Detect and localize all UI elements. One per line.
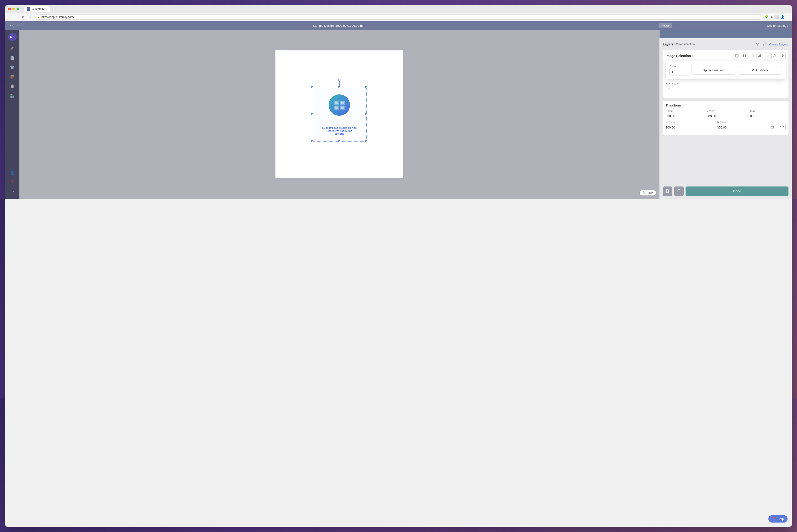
app-body: MA 🚀 📄 👕 📦 📋 🏪 👤 ❓ ↗ — [5, 30, 317, 199]
design-title: Sample Design: 1000.00x1000.00 mm — [19, 24, 317, 27]
tab-bar: Customily × + — [24, 6, 54, 12]
back-button[interactable]: ← — [7, 15, 12, 19]
handle-middle-left[interactable] — [311, 113, 313, 115]
titlebar: Customily × + — [5, 5, 317, 13]
minimize-button[interactable] — [12, 7, 15, 11]
canvas-area: CLICK UPLOAD IMAGES OR PICK LIBRARY TO A… — [19, 30, 317, 199]
undo-button[interactable]: ↩ — [9, 23, 14, 28]
url-text: https://app.customily.com/ — [41, 15, 74, 19]
maximize-button[interactable] — [17, 7, 19, 11]
address-field[interactable]: 🔒 https://app.customily.com/ — [34, 15, 317, 20]
sidebar-item-document[interactable]: 📄 — [8, 54, 17, 62]
sidebar-item-store[interactable]: 🏪 — [8, 91, 17, 100]
browser-tab[interactable]: Customily × — [24, 6, 50, 12]
design-element[interactable]: CLICK UPLOAD IMAGES OR PICK LIBRARY TO A… — [312, 87, 317, 141]
handle-bottom-left[interactable] — [311, 140, 313, 142]
canvas-background[interactable]: CLICK UPLOAD IMAGES OR PICK LIBRARY TO A… — [276, 51, 317, 178]
sidebar-item-layers[interactable]: 📦 — [8, 72, 17, 81]
canvas-overlay — [19, 30, 317, 199]
new-tab-button[interactable]: + — [52, 7, 54, 11]
sidebar-item-export[interactable]: ↗ — [8, 187, 17, 196]
browser-window: Customily × + ← → ↺ ⌂ 🔒 https://app.cust… — [5, 5, 317, 199]
refresh-button[interactable]: ↺ — [21, 15, 25, 19]
app-header: ↩ ↪ Sample Design: 1000.00x1000.00 mm Re… — [5, 21, 317, 30]
redo-button[interactable]: ↪ — [15, 23, 19, 28]
sidebar-item-users[interactable]: 👤 — [8, 169, 17, 177]
sidebar-item-products[interactable]: 👕 — [8, 63, 17, 72]
sidebar: MA 🚀 📄 👕 📦 📋 🏪 👤 ❓ ↗ — [5, 30, 19, 199]
tab-close-button[interactable]: × — [46, 8, 47, 11]
sidebar-item-help[interactable]: ❓ — [8, 178, 17, 187]
tab-favicon — [27, 7, 30, 11]
sidebar-item-launch[interactable]: 🚀 — [8, 44, 17, 53]
home-button[interactable]: ⌂ — [27, 15, 32, 19]
traffic-lights — [8, 7, 19, 11]
forward-button[interactable]: → — [14, 15, 19, 19]
address-bar: ← → ↺ ⌂ 🔒 https://app.customily.com/ 🧩 ⬇… — [5, 13, 317, 21]
sidebar-item-clipboard[interactable]: 📋 — [8, 82, 17, 90]
handle-top-left[interactable] — [311, 87, 313, 88]
avatar[interactable]: MA — [8, 33, 17, 41]
security-icon: 🔒 — [37, 16, 40, 18]
tab-title: Customily — [32, 7, 44, 11]
close-button[interactable] — [8, 7, 11, 11]
